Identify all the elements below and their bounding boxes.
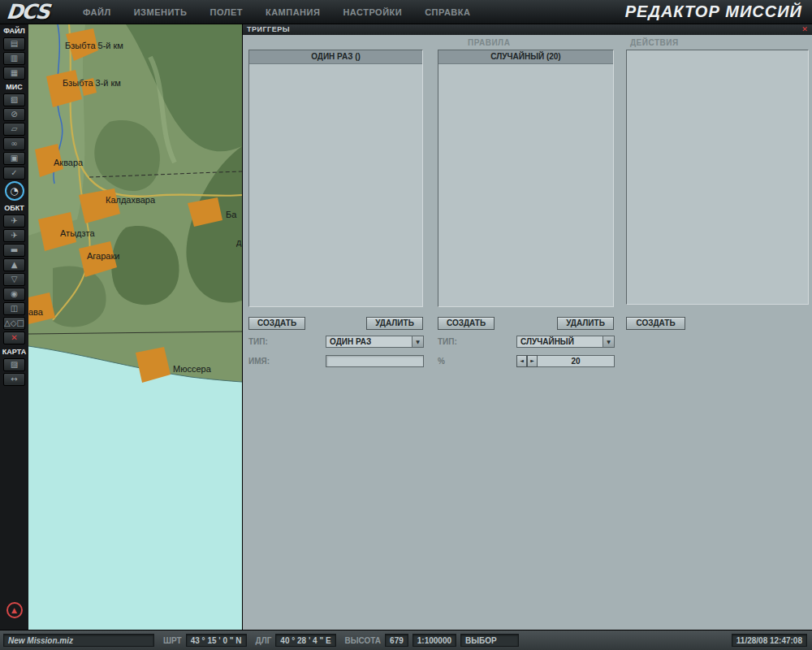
triggers-icon[interactable]: ◔ [5,181,24,201]
spin-decrement-button[interactable]: ◄ [516,355,527,367]
map-label: ава [28,307,43,317]
top-bar: DCS ФАЙЛ ИЗМЕНИТЬ ПОЛЕТ КАМПАНИЯ НАСТРОЙ… [0,0,812,24]
submarine-icon[interactable]: ◉ [3,288,25,301]
app-title: РЕДАКТОР МИССИЙ [625,2,802,21]
map-label: Бзыбта 5-й км [65,41,123,50]
menu-flight[interactable]: ПОЛЕТ [209,7,242,17]
actions-list[interactable] [626,50,809,305]
rules-list[interactable]: СЛУЧАЙНЫЙ (20) [438,50,614,307]
trigger-name-input[interactable] [326,355,424,367]
chevron-down-icon[interactable]: ▼ [603,336,614,347]
actions-section-label: ДЕЙСТВИЯ [630,38,679,47]
group-icon[interactable]: ◫ [3,302,25,315]
sidebar-section-map: КАРТА [0,345,28,358]
toolbar-sidebar: ФАЙЛ ▤ ▥ ▦ МИС ▧ ⊘ ▱ ∞ ▣ ✓ ◔ ОБКТ ✈ ✈ ▬ … [0,24,28,630]
rule-type-dropdown[interactable]: СЛУЧАЙНЫЙ ▼ [516,336,615,348]
chevron-down-icon[interactable]: ▼ [412,336,423,347]
static-object-icon[interactable]: ▲ [3,258,25,271]
spin-increment-button[interactable]: ► [527,355,538,367]
save-mission-icon[interactable]: ▦ [3,67,25,80]
dcs-logo: DCS [5,0,76,24]
rule-percent-label: % [438,357,445,366]
exit-icon[interactable]: ▲ [6,602,23,618]
trigger-type-label: ТИП: [248,337,268,346]
map-scale: 1:100000 [412,634,456,647]
sidebar-section-objects: ОБКТ [0,202,28,214]
waypoints-icon[interactable]: ▣ [3,152,25,165]
menu-campaign[interactable]: КАМПАНИЯ [266,7,320,17]
rule-type-value: СЛУЧАЙНЫЙ [517,336,603,347]
failures-icon[interactable]: ⊘ [3,108,25,121]
map-label: Бзыбта 3-й км [63,78,121,88]
close-icon[interactable]: ✕ [800,24,810,35]
status-bar: New Mission.miz ШРТ 43 ° 15 ' 0 " N ДЛГ … [0,630,812,650]
latitude-label: ШРТ [163,636,182,645]
payload-icon[interactable]: ▱ [3,123,25,136]
mission-datetime: 11/28/08 12:47:08 [732,634,807,647]
map-label: Ба [226,210,236,219]
panel-title: ТРИГГЕРЫ [243,24,812,35]
trigger-type-value: ОДИН РАЗ [326,336,412,347]
ground-vehicle-icon[interactable]: ▬ [3,244,25,257]
create-trigger-button[interactable]: СОЗДАТЬ [248,317,305,330]
triggers-list[interactable]: ОДИН РАЗ () [248,50,423,307]
delete-object-icon[interactable]: ✕ [3,332,25,344]
create-action-button[interactable]: СОЗДАТЬ [626,317,685,330]
trigger-type-dropdown[interactable]: ОДИН РАЗ ▼ [326,336,424,348]
menu-edit[interactable]: ИЗМЕНИТЬ [134,7,188,17]
rule-type-label: ТИП: [438,337,457,346]
mission-filename: New Mission.miz [3,634,154,647]
ship-icon[interactable]: ▽ [3,273,25,286]
delete-trigger-button[interactable]: УДАЛИТЬ [366,317,423,330]
editor-mode: ВЫБОР [460,634,519,647]
trigger-list-item[interactable]: ОДИН РАЗ () [249,50,422,64]
map-label: Калдахвара [106,195,155,205]
longitude-label: ДЛГ [256,636,272,645]
rule-percent-value: 20 [538,355,615,367]
trigger-name-label: ИМЯ: [248,357,270,366]
delete-rule-button[interactable]: УДАЛИТЬ [557,317,614,330]
menu-bar: ФАЙЛ ИЗМЕНИТЬ ПОЛЕТ КАМПАНИЯ НАСТРОЙКИ С… [83,7,470,17]
map-viewport[interactable]: Бзыбта 5-й км Бзыбта 3-й км Аквара Калда… [28,24,242,630]
altitude-value: 679 [385,634,408,647]
new-mission-icon[interactable]: ▤ [3,37,25,50]
map-label: Мюссера [173,364,211,374]
helicopter-icon[interactable]: ✈ [3,229,25,242]
longitude-value: 40 ° 28 ' 4 " E [275,634,335,647]
altitude-label: ВЫСОТА [345,636,381,645]
map-label: Агараки [87,251,119,261]
rule-list-item[interactable]: СЛУЧАЙНЫЙ (20) [438,50,613,64]
map-label: Атыдзта [60,228,95,238]
sidebar-section-file: ФАЙЛ [0,24,28,37]
route-icon[interactable]: ∞ [3,137,25,150]
map-label: Аквара [54,158,83,167]
latitude-value: 43 ° 15 ' 0 " N [186,634,247,647]
templates-icon[interactable]: △◇□ [3,317,25,330]
goals-icon[interactable]: ✓ [3,167,25,180]
terrain-map [28,24,242,630]
triggers-panel: ТРИГГЕРЫ ✕ ПРАВИЛА ДЕЙСТВИЯ ОДИН РАЗ () … [242,24,812,630]
open-mission-icon[interactable]: ▥ [3,52,25,65]
rule-percent-spinner[interactable]: ◄ ► 20 [516,355,615,367]
ruler-icon[interactable]: ↔ [3,373,25,386]
airplane-icon[interactable]: ✈ [3,214,25,228]
map-label: д [236,237,241,247]
rules-section-label: ПРАВИЛА [468,38,510,47]
sidebar-section-mission: МИС [0,80,28,93]
briefing-icon[interactable]: ▧ [3,93,25,106]
menu-help[interactable]: СПРАВКА [425,7,470,17]
map-layers-icon[interactable]: ▨ [3,358,25,371]
create-rule-button[interactable]: СОЗДАТЬ [438,317,495,330]
menu-options[interactable]: НАСТРОЙКИ [343,7,402,17]
menu-file[interactable]: ФАЙЛ [83,7,111,17]
